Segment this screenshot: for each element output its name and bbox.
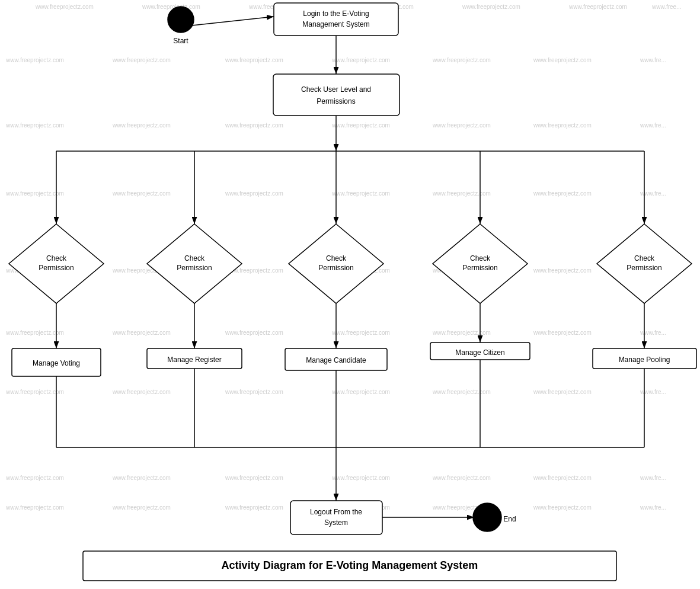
svg-text:www.freeprojectz.com: www.freeprojectz.com [225,57,283,63]
logout-label-line2: System [324,518,348,527]
svg-text:www.freeprojectz.com: www.freeprojectz.com [225,475,283,481]
svg-text:www.freeprojectz.com: www.freeprojectz.com [112,475,171,481]
svg-text:www.freeprojectz.com: www.freeprojectz.com [225,329,283,336]
svg-text:www.freeprojectz.com: www.freeprojectz.com [5,122,64,129]
svg-text:www.fre...: www.fre... [640,329,666,336]
svg-text:www.freeprojectz.com: www.freeprojectz.com [112,122,171,129]
check-user-level-line2: Permissions [317,97,355,105]
check-user-level-line1: Check User Level and [301,85,371,94]
svg-text:www.free...: www.free... [651,4,681,10]
svg-text:www.freeprojectz.com: www.freeprojectz.com [142,4,200,10]
svg-text:www.freeprojectz.com: www.freeprojectz.com [331,122,390,129]
svg-text:www.freeprojectz.com: www.freeprojectz.com [533,190,592,197]
manage-pooling-label: Manage Pooling [619,356,670,364]
svg-text:www.freeprojectz.com: www.freeprojectz.com [225,122,283,129]
svg-text:www.freeprojectz.com: www.freeprojectz.com [432,190,491,197]
svg-text:www.freeprojectz.com: www.freeprojectz.com [331,475,390,481]
check-permission-3-label1: Check [326,254,347,263]
svg-text:www.fre...: www.fre... [640,190,666,197]
activity-diagram: www.freeprojectz.com www.freeprojectz.co… [0,0,700,589]
svg-text:www.freeprojectz.com: www.freeprojectz.com [462,4,520,10]
check-permission-5-label2: Permission [627,264,661,272]
svg-text:www.fre...: www.fre... [640,504,666,511]
manage-citizen-label: Manage Citizen [455,348,504,357]
svg-text:www.freeprojectz.com: www.freeprojectz.com [5,475,64,481]
manage-register-label: Manage Register [167,356,221,364]
svg-text:www.freeprojectz.com: www.freeprojectz.com [568,4,627,10]
check-permission-5-label1: Check [634,254,655,263]
end-circle [473,503,501,532]
logout-box [290,501,382,534]
svg-text:www.freeprojectz.com: www.freeprojectz.com [533,267,592,274]
svg-text:www.freeprojectz.com: www.freeprojectz.com [112,389,171,395]
svg-text:www.freeprojectz.com: www.freeprojectz.com [331,190,390,197]
svg-text:www.freeprojectz.com: www.freeprojectz.com [331,389,390,395]
svg-text:www.freeprojectz.com: www.freeprojectz.com [5,190,64,197]
svg-text:www.freeprojectz.com: www.freeprojectz.com [331,57,390,63]
svg-text:www.fre...: www.fre... [640,122,666,129]
start-circle [168,7,194,33]
svg-text:www.freeprojectz.com: www.freeprojectz.com [432,329,491,336]
svg-text:www.freeprojectz.com: www.freeprojectz.com [5,504,64,511]
svg-text:www.freeprojectz.com: www.freeprojectz.com [533,122,592,129]
svg-text:www.fre...: www.fre... [640,57,666,63]
svg-text:www.freeprojectz.com: www.freeprojectz.com [533,57,592,63]
check-permission-4-label1: Check [470,254,491,263]
svg-text:www.freeprojectz.com: www.freeprojectz.com [331,329,390,336]
svg-text:www.freeprojectz.com: www.freeprojectz.com [112,504,171,511]
svg-text:www.freeprojectz.com: www.freeprojectz.com [35,4,94,10]
svg-text:www.freeprojectz.com: www.freeprojectz.com [225,389,283,395]
check-permission-1-label2: Permission [39,264,73,272]
check-permission-2-label2: Permission [177,264,212,272]
svg-text:www.freeprojectz.com: www.freeprojectz.com [432,122,491,129]
svg-text:www.freeprojectz.com: www.freeprojectz.com [533,329,592,336]
logout-label-line1: Logout From the [310,508,362,516]
svg-text:www.freeprojectz.com: www.freeprojectz.com [5,57,64,63]
svg-text:www.freeprojectz.com: www.freeprojectz.com [432,57,491,63]
check-permission-1-label1: Check [46,254,67,263]
diagram-title: Activity Diagram for E-Voting Management… [222,559,478,571]
svg-text:www.fre...: www.fre... [640,389,666,395]
svg-text:www.freeprojectz.com: www.freeprojectz.com [112,329,171,336]
svg-text:www.freeprojectz.com: www.freeprojectz.com [225,190,283,197]
svg-text:www.freeprojectz.com: www.freeprojectz.com [432,475,491,481]
svg-line-65 [181,17,274,27]
check-permission-2-label1: Check [184,254,205,263]
svg-text:www.fre...: www.fre... [640,475,666,481]
svg-text:www.freeprojectz.com: www.freeprojectz.com [432,389,491,395]
svg-text:www.freeprojectz.com: www.freeprojectz.com [112,57,171,63]
check-user-level-box [273,74,399,116]
svg-text:www.freeprojectz.com: www.freeprojectz.com [5,329,64,336]
login-box [274,3,398,36]
svg-text:www.freeprojectz.com: www.freeprojectz.com [225,504,283,511]
manage-voting-label: Manage Voting [33,359,80,367]
check-permission-3-label2: Permission [318,264,353,272]
start-label: Start [173,37,188,45]
login-label-line1: Login to the E-Voting [303,9,369,18]
svg-text:www.freeprojectz.com: www.freeprojectz.com [533,504,592,511]
login-label-line2: Management System [302,20,369,28]
manage-candidate-label: Manage Candidate [306,356,366,364]
svg-text:www.freeprojectz.com: www.freeprojectz.com [5,389,64,395]
svg-text:www.freeprojectz.com: www.freeprojectz.com [112,190,171,197]
svg-text:www.freeprojectz.com: www.freeprojectz.com [533,389,592,395]
check-permission-4-label2: Permission [462,264,497,272]
svg-text:www.freeprojectz.com: www.freeprojectz.com [533,475,592,481]
diagram-container: www.freeprojectz.com www.freeprojectz.co… [0,0,700,589]
end-label: End [503,515,516,523]
